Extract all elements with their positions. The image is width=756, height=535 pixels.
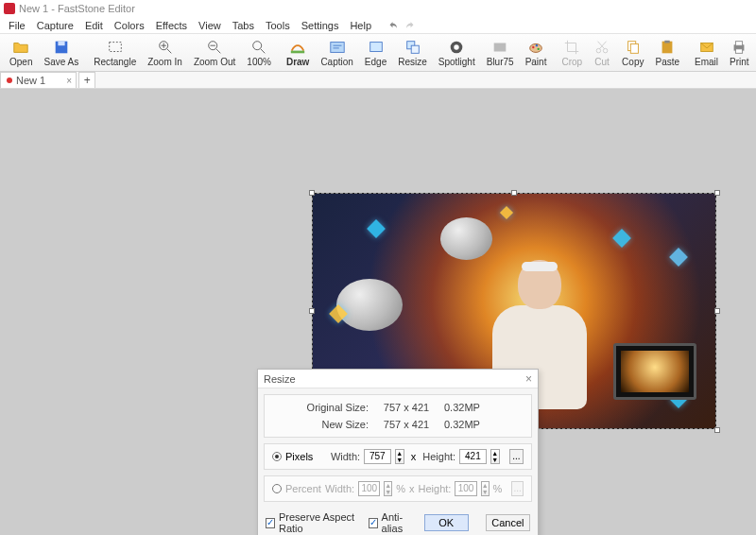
menubar: File Capture Edit Colors Effects View Ta…	[0, 17, 756, 34]
presets-button[interactable]: ...	[509, 449, 524, 464]
pct-label2: %	[493, 483, 503, 494]
svg-point-19	[596, 48, 601, 53]
print-button[interactable]: Print	[724, 35, 755, 71]
copy-button[interactable]: Copy	[616, 35, 649, 71]
zoom-out-icon	[206, 39, 223, 56]
svg-rect-1	[58, 41, 64, 45]
height-label-pct: Height:	[419, 483, 452, 494]
resize-icon	[404, 39, 421, 56]
zoomin-button[interactable]: Zoom In	[142, 35, 188, 71]
email-icon	[698, 39, 715, 56]
preserve-aspect-checkbox[interactable]: ✓Preserve Aspect Ratio	[266, 511, 357, 534]
paint-icon	[527, 39, 544, 56]
draw-icon	[289, 39, 306, 56]
saveas-button[interactable]: Save As	[38, 35, 84, 71]
svg-rect-8	[369, 42, 382, 51]
resize-handle[interactable]	[309, 190, 315, 196]
svg-rect-24	[665, 40, 670, 43]
copy-icon	[625, 39, 642, 56]
monitor-illustration	[613, 343, 696, 400]
crop-icon	[563, 39, 580, 56]
floating-object-icon	[336, 279, 403, 331]
tab-new1[interactable]: New 1 ×	[0, 72, 77, 88]
width-px-input[interactable]: 757	[364, 449, 390, 464]
width-pct-input: 100	[358, 481, 380, 496]
svg-rect-28	[736, 48, 743, 53]
width-label: Width:	[329, 451, 360, 462]
caption-button[interactable]: Caption	[315, 35, 358, 71]
height-pct-input: 100	[455, 481, 476, 496]
resize-handle[interactable]	[714, 308, 720, 314]
crop-button: Crop	[556, 35, 588, 71]
toolbar: Open Save As Rectangle Zoom In Zoom Out …	[0, 34, 756, 72]
svg-rect-7	[330, 42, 343, 52]
resize-handle[interactable]	[714, 427, 720, 433]
blur-button[interactable]: Blur75	[481, 35, 520, 71]
zoom-in-icon	[157, 39, 174, 56]
resize-handle[interactable]	[309, 308, 315, 314]
height-px-spinner[interactable]: ▲▼	[490, 449, 500, 464]
rectangle-select-icon	[107, 39, 124, 56]
svg-rect-22	[630, 43, 638, 53]
percent-radio[interactable]: Percent	[272, 483, 321, 494]
tabbar: New 1 × +	[0, 72, 756, 89]
rectangle-button[interactable]: Rectangle	[88, 35, 142, 71]
zoomout-button[interactable]: Zoom Out	[188, 35, 241, 71]
svg-rect-13	[494, 43, 507, 51]
paint-button[interactable]: Paint	[520, 35, 553, 71]
ok-button[interactable]: OK	[424, 514, 469, 531]
svg-rect-10	[411, 45, 419, 53]
svg-point-20	[603, 48, 608, 53]
resize-button[interactable]: Resize	[392, 35, 433, 71]
menu-colors[interactable]: Colors	[110, 19, 149, 32]
paste-button[interactable]: Paste	[649, 35, 685, 71]
dialog-close-icon[interactable]: ×	[525, 372, 532, 386]
menu-settings[interactable]: Settings	[297, 19, 344, 32]
cut-button: Cut	[588, 35, 616, 71]
tab-label: New 1	[16, 75, 45, 86]
height-label: Height:	[422, 451, 455, 462]
edge-button[interactable]: Edge	[359, 35, 392, 71]
redo-icon[interactable]	[404, 20, 415, 31]
menu-tools[interactable]: Tools	[261, 19, 295, 32]
pct-label: %	[396, 483, 405, 494]
menu-capture[interactable]: Capture	[32, 19, 78, 32]
pixels-radio[interactable]: Pixels	[272, 451, 325, 462]
menu-edit[interactable]: Edit	[80, 19, 108, 32]
folder-open-icon	[12, 39, 29, 56]
antialias-checkbox[interactable]: ✓Anti-alias	[369, 511, 413, 534]
original-size-value: 757 x 421	[369, 402, 444, 413]
open-button[interactable]: Open	[4, 35, 38, 71]
zoom-100-icon	[250, 39, 267, 56]
tab-close-icon[interactable]: ×	[66, 76, 72, 86]
menu-view[interactable]: View	[194, 19, 226, 32]
menu-tabs[interactable]: Tabs	[228, 19, 259, 32]
presets-pct-button: ...	[511, 481, 524, 496]
cancel-button[interactable]: Cancel	[486, 514, 530, 531]
floating-object-icon	[440, 217, 492, 260]
spotlight-button[interactable]: Spotlight	[433, 35, 481, 71]
resize-handle[interactable]	[714, 190, 720, 196]
menu-effects[interactable]: Effects	[151, 19, 192, 32]
width-px-spinner[interactable]: ▲▼	[395, 449, 404, 464]
resize-dialog: Resize × Original Size: 757 x 421 0.32MP…	[257, 369, 539, 535]
undo-icon[interactable]	[388, 20, 400, 31]
svg-rect-23	[662, 41, 673, 53]
edge-icon	[368, 39, 385, 56]
svg-point-16	[532, 45, 534, 47]
menu-file[interactable]: File	[4, 19, 30, 32]
paste-icon	[659, 39, 676, 56]
zoom100-button[interactable]: 100%	[241, 35, 277, 71]
svg-rect-2	[109, 42, 121, 51]
draw-button[interactable]: Draw	[281, 35, 315, 71]
resize-handle[interactable]	[511, 190, 517, 196]
email-button[interactable]: Email	[689, 35, 724, 71]
new-size-label: New Size:	[265, 419, 369, 430]
tab-add-button[interactable]: +	[78, 72, 95, 88]
original-size-label: Original Size:	[265, 402, 369, 413]
dialog-titlebar[interactable]: Resize ×	[258, 370, 538, 388]
menu-help[interactable]: Help	[345, 19, 376, 32]
x-label: x	[408, 451, 420, 462]
height-px-input[interactable]: 421	[459, 449, 486, 464]
new-size-value: 757 x 421	[369, 419, 444, 430]
